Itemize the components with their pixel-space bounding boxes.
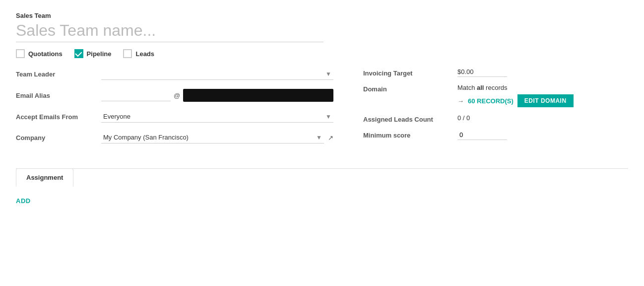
accept-emails-field: Everyone Followers Authenticated Users ▼ <box>101 111 333 123</box>
email-domain-block <box>183 89 333 102</box>
tabs-bar: Assignment <box>16 169 628 187</box>
team-leader-field: ▼ <box>101 68 333 80</box>
checkbox-leads-label: Leads <box>135 50 154 58</box>
email-alias-field: @ <box>101 89 333 102</box>
main-content: Team Leader ▼ Email Alias @ <box>16 68 628 152</box>
minimum-score-input[interactable] <box>457 130 507 140</box>
invoicing-target-value: $0.00 <box>457 68 507 77</box>
assigned-leads-value: 0 / 0 <box>457 114 470 122</box>
tab-section: Assignment ADD <box>16 168 628 214</box>
team-leader-row: Team Leader ▼ <box>16 68 333 80</box>
tab-assignment[interactable]: Assignment <box>16 168 73 187</box>
right-section: Invoicing Target $0.00 Domain Match all … <box>363 68 611 152</box>
company-select[interactable]: My Company (San Francisco) <box>101 132 324 143</box>
add-button[interactable]: ADD <box>16 197 31 205</box>
domain-label: Domain <box>363 84 457 93</box>
tab-assignment-label: Assignment <box>26 174 63 181</box>
records-row: → 60 RECORD(S) EDIT DOMAIN <box>457 94 574 107</box>
checkbox-quotations-box[interactable] <box>16 49 25 58</box>
company-label: Company <box>16 134 95 142</box>
team-leader-label: Team Leader <box>16 71 95 78</box>
checkbox-quotations-label: Quotations <box>28 50 63 58</box>
checkbox-pipeline[interactable]: Pipeline <box>74 49 112 58</box>
assigned-leads-label: Assigned Leads Count <box>363 114 457 123</box>
accept-emails-select[interactable]: Everyone Followers Authenticated Users <box>101 111 333 123</box>
team-leader-select[interactable] <box>101 68 333 80</box>
checkbox-leads-box[interactable] <box>123 49 132 58</box>
sales-team-name-input[interactable] <box>16 21 323 42</box>
checkbox-pipeline-label: Pipeline <box>87 50 112 58</box>
records-count-link[interactable]: 60 RECORD(S) <box>468 97 514 105</box>
assigned-leads-row: Assigned Leads Count 0 / 0 <box>363 114 611 123</box>
checkbox-pipeline-box[interactable] <box>74 49 83 58</box>
company-field: My Company (San Francisco) ▼ ↗ <box>101 132 333 143</box>
domain-row: Domain Match all records → 60 RECORD(S) … <box>363 84 611 107</box>
checkbox-leads[interactable]: Leads <box>123 49 154 58</box>
accept-emails-label: Accept Emails From <box>16 113 95 121</box>
email-alias-label: Email Alias <box>16 92 95 99</box>
records-arrow-icon: → <box>457 97 464 105</box>
at-symbol: @ <box>174 92 180 99</box>
left-section: Team Leader ▼ Email Alias @ <box>16 68 333 152</box>
domain-value: Match all records → 60 RECORD(S) EDIT DO… <box>457 84 574 107</box>
edit-domain-button[interactable]: EDIT DOMAIN <box>517 94 574 107</box>
company-external-link-icon[interactable]: ↗ <box>328 134 333 142</box>
email-prefix-input[interactable] <box>101 89 171 101</box>
checkbox-quotations[interactable]: Quotations <box>16 49 63 58</box>
email-alias-row: Email Alias @ <box>16 89 333 102</box>
sales-team-label: Sales Team <box>16 12 628 19</box>
match-all-records-text: Match all records <box>457 84 574 91</box>
invoicing-target-label: Invoicing Target <box>363 68 457 77</box>
checkboxes-row: Quotations Pipeline Leads <box>16 49 628 58</box>
minimum-score-row: Minimum score <box>363 130 611 140</box>
invoicing-target-row: Invoicing Target $0.00 <box>363 68 611 77</box>
page-container: Sales Team Quotations Pipeline Leads Tea… <box>0 0 644 286</box>
company-row: Company My Company (San Francisco) ▼ ↗ <box>16 132 333 143</box>
form-header: Sales Team <box>16 12 628 42</box>
minimum-score-label: Minimum score <box>363 130 457 139</box>
accept-emails-row: Accept Emails From Everyone Followers Au… <box>16 111 333 123</box>
tab-content-assignment: ADD <box>16 187 628 214</box>
